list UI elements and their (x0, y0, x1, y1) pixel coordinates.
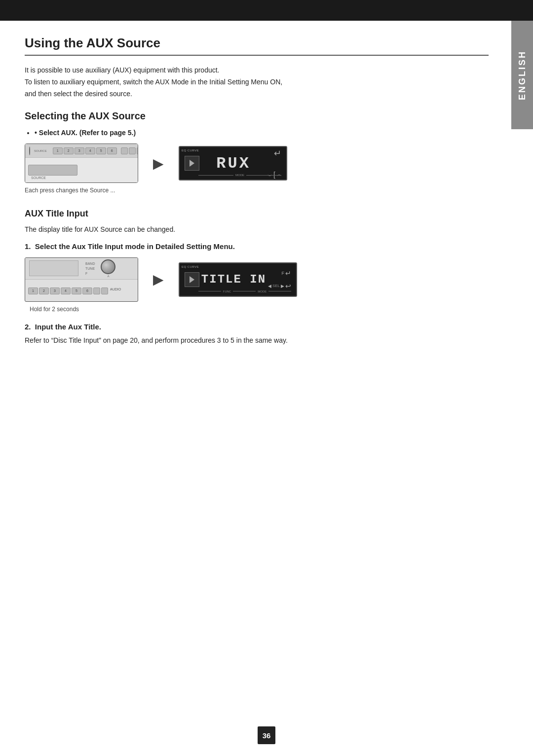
step2-text: Refer to “Disc Title Input” on page 20, … (25, 335, 489, 346)
arrow-right-1: ▶ (153, 155, 164, 172)
top-bar (0, 0, 533, 21)
intro-text: It is possible to use auxiliary (AUX) eq… (25, 65, 489, 100)
page-title: Using the AUX Source (25, 36, 489, 56)
radio-device-sketch-1: SOURCE 1 2 3 4 5 6 (25, 144, 138, 183)
step2-label: 2. Input the Aux Title. (25, 323, 489, 331)
step1-label: 1. Select the Aux Title Input mode in De… (25, 242, 489, 251)
title-in-display-text: TITLE IN (199, 273, 268, 286)
display-screen-2: EQ CURVE TITLE IN F ↵ ◀ SEL ▶ (179, 262, 297, 297)
section1-heading: Selecting the AUX Source (25, 110, 489, 122)
select-aux-bullet: Select AUX. (Refer to page 5.) (35, 129, 489, 137)
illustration-row-2: BAND TUNE F A 1 2 3 4 5 6 (25, 257, 489, 302)
section2-heading: AUX Title Input (25, 209, 489, 219)
illustration-row-1: SOURCE 1 2 3 4 5 6 (25, 144, 489, 183)
arrow-right-2: ▶ (153, 271, 164, 288)
aux-display-text: RUX (199, 154, 267, 173)
step1-caption: Hold for 2 seconds (30, 306, 489, 313)
radio-knob (29, 146, 30, 155)
section1-caption: Each press changes the Source ... (25, 187, 489, 194)
section2-intro: The display title for AUX Source can be … (25, 224, 489, 235)
radio-device-sketch-2: BAND TUNE F A 1 2 3 4 5 6 (25, 257, 138, 302)
display-screen-1: EQ CURVE RUX ↵ ⌣ [ ⌢ (179, 146, 287, 180)
english-side-tab: ENGLISH (511, 21, 533, 129)
page-number: 36 (258, 726, 275, 744)
